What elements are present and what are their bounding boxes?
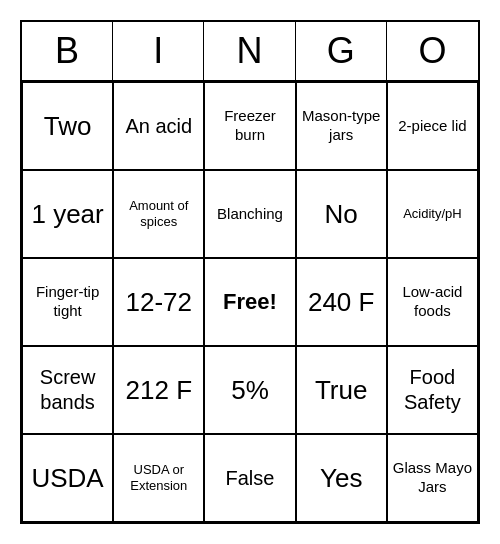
- cell-text: Glass Mayo Jars: [392, 459, 473, 497]
- bingo-cell: Blanching: [204, 170, 295, 258]
- header-letter: N: [204, 22, 295, 80]
- header-letter: B: [22, 22, 113, 80]
- cell-text: 2-piece lid: [398, 117, 466, 136]
- bingo-cell: Finger-tip tight: [22, 258, 113, 346]
- bingo-cell: Glass Mayo Jars: [387, 434, 478, 522]
- bingo-cell: 212 F: [113, 346, 204, 434]
- cell-text: 1 year: [31, 198, 103, 231]
- cell-text: Blanching: [217, 205, 283, 224]
- bingo-cell: Low-acid foods: [387, 258, 478, 346]
- cell-text: 240 F: [308, 286, 375, 319]
- bingo-header: BINGO: [22, 22, 478, 82]
- cell-text: Food Safety: [392, 365, 473, 415]
- bingo-cell: 2-piece lid: [387, 82, 478, 170]
- bingo-cell: Acidity/pH: [387, 170, 478, 258]
- header-letter: G: [296, 22, 387, 80]
- bingo-cell: Screw bands: [22, 346, 113, 434]
- header-letter: O: [387, 22, 478, 80]
- bingo-cell: Free!: [204, 258, 295, 346]
- cell-text: Free!: [223, 288, 277, 316]
- cell-text: Low-acid foods: [392, 283, 473, 321]
- cell-text: Two: [44, 110, 92, 143]
- cell-text: Finger-tip tight: [27, 283, 108, 321]
- cell-text: Screw bands: [27, 365, 108, 415]
- cell-text: Mason-type jars: [301, 107, 382, 145]
- header-letter: I: [113, 22, 204, 80]
- cell-text: USDA or Extension: [118, 462, 199, 495]
- bingo-cell: Food Safety: [387, 346, 478, 434]
- bingo-cell: 12-72: [113, 258, 204, 346]
- cell-text: An acid: [125, 114, 192, 139]
- bingo-cell: 5%: [204, 346, 295, 434]
- bingo-cell: 1 year: [22, 170, 113, 258]
- bingo-cell: True: [296, 346, 387, 434]
- bingo-cell: No: [296, 170, 387, 258]
- cell-text: No: [325, 198, 358, 231]
- cell-text: 12-72: [126, 286, 193, 319]
- bingo-cell: Two: [22, 82, 113, 170]
- bingo-cell: False: [204, 434, 295, 522]
- cell-text: Freezer burn: [209, 107, 290, 145]
- bingo-cell: USDA or Extension: [113, 434, 204, 522]
- bingo-cell: 240 F: [296, 258, 387, 346]
- cell-text: True: [315, 374, 368, 407]
- cell-text: USDA: [31, 462, 103, 495]
- cell-text: 5%: [231, 374, 269, 407]
- bingo-grid: TwoAn acidFreezer burnMason-type jars2-p…: [22, 82, 478, 522]
- cell-text: Yes: [320, 462, 362, 495]
- bingo-cell: Amount of spices: [113, 170, 204, 258]
- cell-text: Amount of spices: [118, 198, 199, 231]
- bingo-cell: Mason-type jars: [296, 82, 387, 170]
- bingo-cell: An acid: [113, 82, 204, 170]
- cell-text: 212 F: [126, 374, 193, 407]
- bingo-cell: USDA: [22, 434, 113, 522]
- bingo-card: BINGO TwoAn acidFreezer burnMason-type j…: [20, 20, 480, 524]
- cell-text: False: [226, 466, 275, 491]
- cell-text: Acidity/pH: [403, 206, 462, 222]
- bingo-cell: Freezer burn: [204, 82, 295, 170]
- bingo-cell: Yes: [296, 434, 387, 522]
